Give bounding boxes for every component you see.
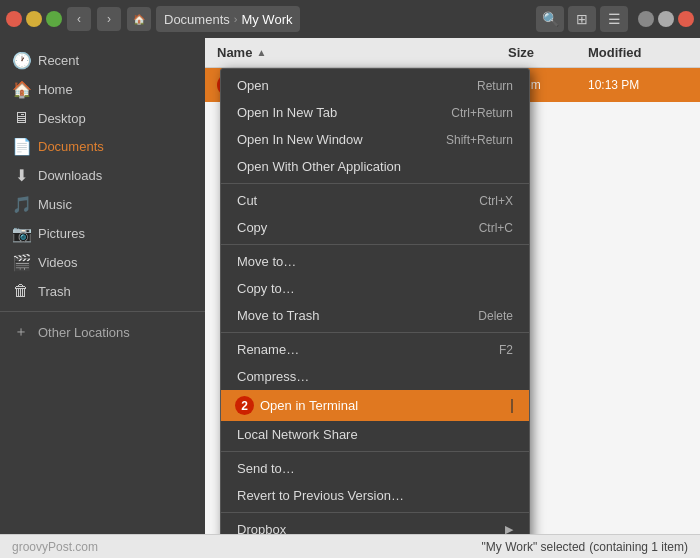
cm-open-new-tab[interactable]: Open In New Tab Ctrl+Return (221, 99, 529, 126)
cm-dropbox[interactable]: Dropbox ▶ (221, 516, 529, 534)
sidebar-item-videos[interactable]: 🎬 Videos (0, 248, 205, 277)
sidebar-label-music: Music (38, 197, 72, 212)
downloads-icon: ⬇ (12, 166, 30, 185)
cm-dropbox-arrow: ▶ (505, 523, 513, 534)
badge-2: 2 (235, 396, 254, 415)
pictures-icon: 📷 (12, 224, 30, 243)
cm-copy[interactable]: Copy Ctrl+C (221, 214, 529, 241)
cm-compress[interactable]: Compress… (221, 363, 529, 390)
music-icon: 🎵 (12, 195, 30, 214)
documents-icon: 📄 (12, 137, 30, 156)
cm-move-to[interactable]: Move to… (221, 248, 529, 275)
main-layout: 🕐 Recent 🏠 Home 🖥 Desktop 📄 Documents ⬇ … (0, 38, 700, 534)
cm-open[interactable]: Open Return (221, 72, 529, 99)
sidebar-item-pictures[interactable]: 📷 Pictures (0, 219, 205, 248)
sidebar-label-home: Home (38, 82, 73, 97)
cm-local-network[interactable]: Local Network Share (221, 421, 529, 448)
sidebar-label-other-locations: Other Locations (38, 325, 130, 340)
sidebar-add-other-locations[interactable]: ＋ Other Locations (0, 318, 205, 346)
cm-move-to-trash[interactable]: Move to Trash Delete (221, 302, 529, 329)
sidebar-item-recent[interactable]: 🕐 Recent (0, 46, 205, 75)
brand-label: groovyPost.com (12, 540, 98, 554)
sidebar-label-documents: Documents (38, 139, 104, 154)
cm-open-new-window[interactable]: Open In New Window Shift+Return (221, 126, 529, 153)
statusbar: groovyPost.com "My Work" selected (conta… (0, 534, 700, 558)
sidebar-label-recent: Recent (38, 53, 79, 68)
cm-revert[interactable]: Revert to Previous Version… (221, 482, 529, 509)
breadcrumb: Documents › My Work (156, 6, 300, 32)
col-size-header[interactable]: Size (508, 45, 588, 60)
cm-divider-1 (221, 183, 529, 184)
cm-divider-3 (221, 332, 529, 333)
breadcrumb-documents[interactable]: Documents (164, 12, 230, 27)
cm-copy-to[interactable]: Copy to… (221, 275, 529, 302)
col-modified-header[interactable]: Modified (588, 45, 688, 60)
titlebar: ‹ › 🏠 Documents › My Work 🔍 ⊞ ☰ (0, 0, 700, 38)
selected-text: "My Work" selected (482, 540, 586, 554)
maximize-button[interactable] (46, 11, 62, 27)
add-icon: ＋ (12, 323, 30, 341)
context-menu: Open Return Open In New Tab Ctrl+Return … (220, 68, 530, 534)
sidebar-item-desktop[interactable]: 🖥 Desktop (0, 104, 205, 132)
close-button[interactable] (6, 11, 22, 27)
sidebar-label-videos: Videos (38, 255, 78, 270)
videos-icon: 🎬 (12, 253, 30, 272)
count-text: (containing 1 item) (589, 540, 688, 554)
cm-send-to[interactable]: Send to… (221, 455, 529, 482)
cm-rename[interactable]: Rename… F2 (221, 336, 529, 363)
toolbar-right: 🔍 ⊞ ☰ (536, 6, 694, 32)
sidebar-label-trash: Trash (38, 284, 71, 299)
cm-open-terminal[interactable]: 2 Open in Terminal (221, 390, 529, 421)
file-modified-mywork: 10:13 PM (588, 78, 688, 92)
forward-button[interactable]: › (97, 7, 121, 31)
sidebar-label-pictures: Pictures (38, 226, 85, 241)
desktop-icon: 🖥 (12, 109, 30, 127)
up-button[interactable]: 🏠 (127, 7, 151, 31)
sidebar: 🕐 Recent 🏠 Home 🖥 Desktop 📄 Documents ⬇ … (0, 38, 205, 534)
sidebar-item-music[interactable]: 🎵 Music (0, 190, 205, 219)
wm-close-button[interactable] (678, 11, 694, 27)
breadcrumb-separator: › (234, 13, 238, 25)
wm-restore-button[interactable] (658, 11, 674, 27)
breadcrumb-mywork[interactable]: My Work (241, 12, 292, 27)
cm-open-with[interactable]: Open With Other Application (221, 153, 529, 180)
cm-divider-2 (221, 244, 529, 245)
search-button[interactable]: 🔍 (536, 6, 564, 32)
file-header: Name ▲ Size Modified (205, 38, 700, 68)
cursor-icon (503, 399, 513, 413)
file-area: Name ▲ Size Modified 1 📁 My Work 1 item … (205, 38, 700, 534)
menu-button[interactable]: ☰ (600, 6, 628, 32)
recent-icon: 🕐 (12, 51, 30, 70)
sidebar-item-trash[interactable]: 🗑 Trash (0, 277, 205, 305)
trash-icon: 🗑 (12, 282, 30, 300)
back-button[interactable]: ‹ (67, 7, 91, 31)
minimize-button[interactable] (26, 11, 42, 27)
sidebar-divider (0, 311, 205, 312)
home-icon: 🏠 (12, 80, 30, 99)
sidebar-label-downloads: Downloads (38, 168, 102, 183)
grid-view-button[interactable]: ⊞ (568, 6, 596, 32)
sidebar-item-downloads[interactable]: ⬇ Downloads (0, 161, 205, 190)
cm-divider-5 (221, 512, 529, 513)
wm-minimize-button[interactable] (638, 11, 654, 27)
col-name-header[interactable]: Name ▲ (217, 45, 508, 60)
sidebar-item-home[interactable]: 🏠 Home (0, 75, 205, 104)
cm-divider-4 (221, 451, 529, 452)
sort-arrow: ▲ (256, 47, 266, 58)
sidebar-label-desktop: Desktop (38, 111, 86, 126)
sidebar-item-documents[interactable]: 📄 Documents (0, 132, 205, 161)
cm-cut[interactable]: Cut Ctrl+X (221, 187, 529, 214)
